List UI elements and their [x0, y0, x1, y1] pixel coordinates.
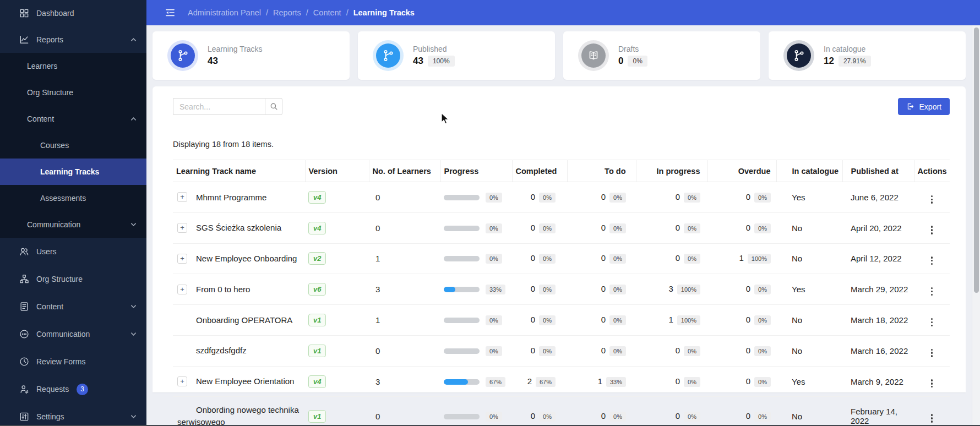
- sidebar-item-learning-tracks[interactable]: Learning Tracks: [0, 159, 146, 185]
- sidebar-item-communication[interactable]: Communication: [0, 211, 146, 238]
- percent-badge: 0%: [754, 377, 771, 387]
- export-button[interactable]: Export: [898, 98, 950, 115]
- table-row: szdfgzdsfgdfzv100%00%00%00%00%NoMarch 16…: [173, 335, 950, 366]
- content-area: Learning Tracks43Published43100%Drafts00…: [146, 25, 980, 426]
- sidebar-item-requests[interactable]: Requests3: [0, 375, 146, 403]
- expand-row-button[interactable]: +: [177, 223, 187, 233]
- row-actions-menu-icon[interactable]: [928, 412, 936, 424]
- stat-value: 0: [618, 56, 623, 67]
- sidebar-item-courses[interactable]: Courses: [0, 132, 146, 159]
- stat-label: Drafts: [618, 45, 647, 53]
- sidebar-item-review-forms[interactable]: Review Forms: [0, 348, 146, 375]
- row-actions-menu-icon[interactable]: [928, 224, 936, 236]
- export-label: Export: [919, 102, 941, 111]
- column-header-published-at: Published at: [842, 160, 914, 182]
- row-actions-menu-icon[interactable]: [928, 255, 936, 266]
- breadcrumb-item-reports[interactable]: Reports: [273, 8, 301, 17]
- stat-value: 43: [208, 56, 218, 67]
- metric-cell: 00%: [567, 305, 636, 336]
- search-input[interactable]: [173, 98, 265, 115]
- count-badge: 3: [77, 384, 88, 395]
- menu-fold-icon[interactable]: [165, 7, 176, 18]
- row-actions-menu-icon[interactable]: [928, 286, 936, 297]
- sidebar-item-assessments[interactable]: Assessments: [0, 185, 146, 211]
- sidebar-item-learners[interactable]: Learners: [0, 53, 146, 79]
- version-cell: v2: [305, 243, 369, 274]
- metric-cell: 00%: [567, 274, 636, 305]
- breadcrumb-item-content[interactable]: Content: [313, 8, 341, 17]
- version-cell: v1: [305, 305, 369, 336]
- in-catalogue-cell: No: [776, 335, 842, 366]
- stat-card-learning-tracks: Learning Tracks43: [153, 31, 350, 80]
- table-panel: Export Displaying 18 from 18 items. Lear…: [153, 86, 966, 392]
- communication-icon: [18, 328, 30, 340]
- stat-label: Published: [413, 45, 455, 53]
- in-catalogue-cell: No: [776, 305, 842, 336]
- sidebar-item-org-structure[interactable]: Org Structure: [0, 265, 146, 293]
- track-name: szdfgzdsfgdfz: [196, 346, 247, 355]
- track-name: Mhmnt Programme: [196, 193, 266, 202]
- column-header-completed: Completed: [512, 160, 567, 182]
- percent-badge: 0%: [539, 254, 556, 264]
- metric-cell: 00%: [707, 397, 776, 426]
- percent-badge: 0%: [754, 285, 771, 294]
- sidebar: DashboardReportsLearnersOrg StructureCon…: [0, 0, 146, 426]
- sidebar-item-label: Learners: [27, 62, 57, 70]
- column-header-actions: Actions: [914, 160, 950, 182]
- vertical-scrollbar[interactable]: [972, 25, 980, 426]
- column-header-overdue: Overdue: [707, 160, 776, 182]
- sidebar-item-reports[interactable]: Reports: [0, 26, 146, 53]
- stat-percent-badge: 0%: [628, 56, 647, 67]
- percent-badge: 0%: [539, 285, 556, 294]
- expand-row-button[interactable]: +: [177, 376, 187, 386]
- reports-icon: [18, 34, 30, 46]
- column-header-in-catalogue: In catalogue: [776, 160, 842, 182]
- app-root: DashboardReportsLearnersOrg StructureCon…: [0, 0, 980, 426]
- track-name: Onbording nowego technika serwisowego: [177, 405, 299, 426]
- published-at-cell: April 12, 2022: [842, 243, 914, 274]
- in-catalogue-cell: No: [776, 212, 842, 243]
- scrollbar-thumb[interactable]: [974, 28, 979, 293]
- metric-cell: 00%: [512, 397, 567, 426]
- sidebar-item-content[interactable]: Content: [0, 106, 146, 132]
- breadcrumb-item-administration-panel[interactable]: Administration Panel: [188, 8, 261, 17]
- metric-cell: 00%: [567, 212, 636, 243]
- sidebar-item-label: Review Forms: [36, 357, 85, 366]
- table-row: +From 0 to herov6333%00%00%3100%00%YesMa…: [173, 274, 950, 305]
- sidebar-item-content[interactable]: Content: [0, 293, 146, 320]
- version-cell: v1: [305, 397, 369, 426]
- percent-badge: 0%: [684, 377, 700, 387]
- expand-row-button[interactable]: +: [177, 254, 187, 264]
- percent-badge: 67%: [536, 377, 556, 387]
- search-button[interactable]: [265, 98, 282, 115]
- progress-percent-badge: 33%: [486, 285, 505, 294]
- search-icon: [269, 102, 279, 111]
- progress-cell: 0%: [440, 182, 512, 213]
- column-header-in-progress: In progress: [636, 160, 707, 182]
- sidebar-item-users[interactable]: Users: [0, 238, 146, 265]
- org-structure-icon: [18, 273, 30, 285]
- sidebar-item-communication[interactable]: Communication: [0, 320, 146, 348]
- table-row: +Mhmnt Programmev400%00%00%00%00%YesJune…: [173, 182, 950, 213]
- stat-label: In catalogue: [824, 45, 871, 53]
- column-header-learning-track-name: Learning Track name: [173, 160, 305, 182]
- stat-percent-badge: 27.91%: [839, 56, 871, 67]
- progress-bar: [444, 414, 480, 419]
- percent-badge: 0%: [609, 254, 626, 264]
- row-actions-menu-icon[interactable]: [928, 378, 936, 389]
- column-header-version: Version: [305, 160, 369, 182]
- sidebar-item-dashboard[interactable]: Dashboard: [0, 0, 146, 26]
- expand-row-button[interactable]: +: [177, 285, 187, 294]
- learners-cell: 3: [369, 274, 440, 305]
- row-actions-menu-icon[interactable]: [928, 316, 936, 328]
- percent-badge: 0%: [609, 285, 626, 294]
- sidebar-item-org-structure[interactable]: Org Structure: [0, 79, 146, 106]
- published-at-cell: April 20, 2022: [842, 212, 914, 243]
- branch-icon: [171, 43, 195, 68]
- learners-cell: 0: [369, 182, 440, 213]
- row-actions-menu-icon[interactable]: [928, 347, 936, 359]
- expand-row-button[interactable]: +: [177, 192, 187, 202]
- row-actions-menu-icon[interactable]: [928, 194, 936, 205]
- sidebar-item-settings[interactable]: Settings: [0, 403, 146, 426]
- metric-cell: 00%: [512, 274, 567, 305]
